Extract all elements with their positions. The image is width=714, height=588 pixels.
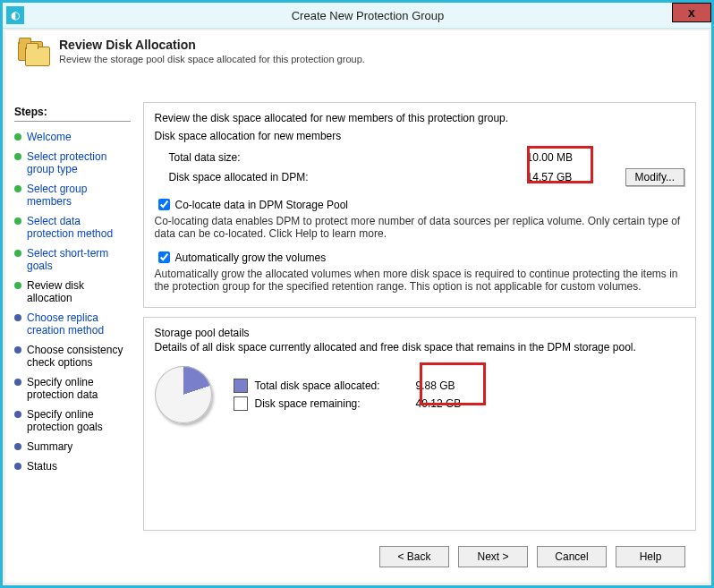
- step-label: Choose consistency check options: [27, 344, 131, 369]
- step-label: Review disk allocation: [27, 279, 131, 304]
- step-select-short-term-goals[interactable]: Select short-term goals: [14, 243, 131, 276]
- step-label: Select protection group type: [27, 150, 131, 175]
- step-label: Select group members: [27, 183, 131, 208]
- step-specify-online-protection-goals[interactable]: Specify online protection goals: [14, 405, 131, 437]
- step-status[interactable]: Status: [14, 456, 131, 476]
- step-bullet-icon: [14, 185, 21, 192]
- storage-pool-group: Storage pool details Details of all disk…: [143, 317, 696, 531]
- step-bullet-icon: [14, 314, 21, 321]
- steps-heading: Steps:: [14, 102, 131, 122]
- window-title: Create New Protection Group: [24, 9, 711, 22]
- step-label: Select data protection method: [27, 215, 131, 240]
- colocate-label: Co-locate data in DPM Storage Pool: [175, 199, 348, 211]
- total-data-size-value: 10.00 MB: [527, 151, 599, 164]
- allocated-label: Total disk space allocated:: [255, 379, 416, 392]
- dpm-allocated-value: 14.57 GB: [527, 171, 599, 183]
- step-choose-consistency-check-options[interactable]: Choose consistency check options: [14, 340, 131, 372]
- step-bullet-icon: [14, 379, 21, 386]
- cancel-button[interactable]: Cancel: [537, 546, 607, 567]
- step-summary[interactable]: Summary: [14, 437, 131, 456]
- step-label: Status: [27, 460, 57, 473]
- colocate-row: Co-locate data in DPM Storage Pool: [155, 196, 684, 213]
- remaining-label: Disk space remaining:: [255, 397, 416, 410]
- autogrow-description: Automatically grow the allocated volumes…: [155, 268, 684, 293]
- total-data-size-label: Total data size:: [169, 151, 384, 164]
- step-select-data-protection-method[interactable]: Select data protection method: [14, 211, 131, 243]
- close-button[interactable]: x: [672, 3, 711, 22]
- step-bullet-icon: [14, 463, 21, 470]
- allocated-value: 9.88 GB: [416, 379, 455, 392]
- step-label: Specify online protection goals: [27, 408, 131, 433]
- close-icon: x: [688, 5, 695, 20]
- page-header: Review Disk Allocation Review the storag…: [5, 30, 709, 73]
- back-button[interactable]: < Back: [379, 546, 449, 567]
- remaining-value: 40.12 GB: [416, 397, 462, 410]
- allocation-group: Review the disk space allocated for new …: [143, 102, 696, 308]
- step-bullet-icon: [14, 250, 21, 257]
- window-frame: ◐ Create New Protection Group x Review D…: [0, 0, 714, 588]
- page-title: Review Disk Allocation: [59, 38, 365, 52]
- step-label: Summary: [27, 440, 72, 453]
- folder-icon: [16, 38, 50, 68]
- dpm-allocated-label: Disk space allocated in DPM:: [169, 171, 384, 183]
- colocate-checkbox[interactable]: [158, 199, 170, 210]
- pool-description: Details of all disk space currently allo…: [155, 341, 684, 354]
- colocate-description: Co-locating data enables DPM to protect …: [155, 215, 684, 240]
- step-welcome[interactable]: Welcome: [14, 127, 131, 147]
- page-subtitle: Review the storage pool disk space alloc…: [59, 54, 365, 64]
- step-label: Welcome: [27, 131, 72, 143]
- allocation-intro: Review the disk space allocated for new …: [155, 112, 684, 124]
- allocation-values: Total data size: 10.00 MB Disk space all…: [155, 148, 684, 187]
- legend-swatch-remaining: [234, 396, 248, 411]
- step-bullet-icon: [14, 443, 21, 450]
- step-bullet-icon: [14, 282, 21, 289]
- pool-legend: Total disk space allocated: 9.88 GB Disk…: [234, 377, 462, 413]
- pool-section-label: Storage pool details: [155, 327, 684, 339]
- step-label: Specify online protection data: [27, 376, 131, 401]
- allocation-section-label: Disk space allocation for new members: [155, 130, 684, 142]
- legend-swatch-allocated: [234, 379, 248, 393]
- modify-button[interactable]: Modify...: [625, 168, 684, 186]
- step-label: Choose replica creation method: [27, 311, 131, 337]
- step-bullet-icon: [14, 153, 21, 160]
- step-select-protection-group-type[interactable]: Select protection group type: [14, 147, 131, 179]
- step-select-group-members[interactable]: Select group members: [14, 179, 131, 211]
- content-panel: Review the disk space allocated for new …: [136, 102, 709, 583]
- help-button[interactable]: Help: [616, 546, 685, 567]
- autogrow-label: Automatically grow the volumes: [175, 251, 327, 264]
- step-bullet-icon: [14, 411, 21, 418]
- app-icon: ◐: [6, 6, 24, 24]
- step-choose-replica-creation-method[interactable]: Choose replica creation method: [14, 308, 131, 340]
- wizard-footer: < Back Next > Cancel Help: [143, 538, 696, 575]
- autogrow-checkbox[interactable]: [158, 251, 170, 263]
- window-body: Review Disk Allocation Review the storag…: [5, 30, 709, 583]
- step-label: Select short-term goals: [27, 247, 131, 272]
- step-bullet-icon: [14, 217, 21, 225]
- pool-chart-area: Total disk space allocated: 9.88 GB Disk…: [155, 366, 684, 423]
- steps-panel: Steps: Welcome Select protection group t…: [5, 102, 136, 583]
- step-bullet-icon: [14, 346, 21, 354]
- pie-chart-icon: [155, 366, 212, 423]
- step-review-disk-allocation[interactable]: Review disk allocation: [14, 276, 131, 308]
- autogrow-row: Automatically grow the volumes: [155, 249, 684, 266]
- next-button[interactable]: Next >: [458, 546, 528, 567]
- titlebar: ◐ Create New Protection Group x: [3, 3, 711, 29]
- step-specify-online-protection-data[interactable]: Specify online protection data: [14, 372, 131, 405]
- step-bullet-icon: [14, 133, 21, 141]
